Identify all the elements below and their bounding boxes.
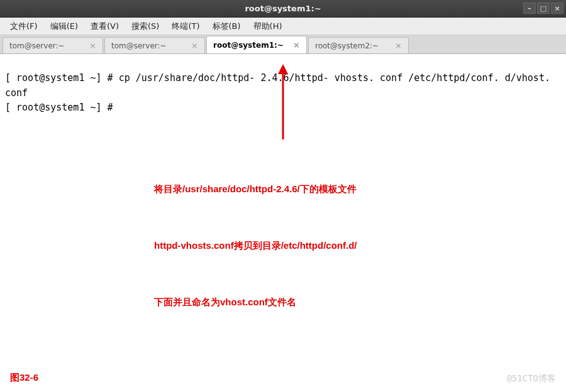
tab-label: root@system1:~	[213, 41, 284, 50]
window-title: root@system1:~	[245, 4, 321, 13]
menu-help[interactable]: 帮助(H)	[247, 21, 289, 32]
tabbar: tom@server:~ × tom@server:~ × root@syste…	[0, 35, 566, 54]
window-controls: – □ ×	[523, 3, 563, 14]
close-icon[interactable]: ×	[395, 41, 402, 50]
tab-tom-server-2[interactable]: tom@server:~ ×	[104, 37, 205, 53]
menu-tabs[interactable]: 标签(B)	[206, 21, 247, 32]
close-button[interactable]: ×	[551, 3, 563, 14]
tab-tom-server-1[interactable]: tom@server:~ ×	[3, 37, 103, 53]
maximize-button[interactable]: □	[537, 3, 550, 14]
menu-file[interactable]: 文件(F)	[4, 21, 44, 32]
menu-view[interactable]: 查看(V)	[84, 21, 125, 32]
window-titlebar: root@system1:~ – □ ×	[0, 0, 566, 18]
menu-search[interactable]: 搜索(S)	[125, 21, 165, 32]
tab-label: tom@server:~	[9, 41, 65, 50]
annotation-line-2: httpd-vhosts.conf拷贝到目录/etc/httpd/conf.d/	[154, 236, 357, 255]
annotation-text: 将目录/usr/share/doc/httpd-2.4.6/下的模板文件 htt…	[154, 142, 357, 349]
watermark: @51CTO博客	[506, 372, 556, 386]
figure-label: 图32-6	[10, 370, 38, 384]
close-icon[interactable]: ×	[191, 41, 198, 50]
tab-label: tom@server:~	[111, 41, 167, 50]
menu-edit[interactable]: 编辑(E)	[44, 21, 84, 32]
tab-root-system2[interactable]: root@system2:~ ×	[308, 37, 409, 53]
terminal-pane[interactable]: [ root@system1 ~] # cp /usr/share/doc/ht…	[0, 54, 566, 392]
tab-label: root@system2:~	[315, 41, 379, 50]
terminal-prompt: [ root@system1 ~] #	[5, 102, 119, 113]
minimize-button[interactable]: –	[523, 3, 536, 14]
close-icon[interactable]: ×	[89, 41, 96, 50]
menu-terminal[interactable]: 终端(T)	[165, 21, 206, 32]
terminal-prompt: [ root@system1 ~] #	[5, 72, 119, 84]
tab-root-system1[interactable]: root@system1:~ ×	[206, 36, 307, 53]
annotation-line-1: 将目录/usr/share/doc/httpd-2.4.6/下的模板文件	[154, 180, 357, 199]
annotation-line-3: 下面并且命名为vhost.conf文件名	[154, 293, 357, 312]
close-icon[interactable]: ×	[293, 40, 300, 50]
menubar: 文件(F) 编辑(E) 查看(V) 搜索(S) 终端(T) 标签(B) 帮助(H…	[0, 18, 566, 35]
